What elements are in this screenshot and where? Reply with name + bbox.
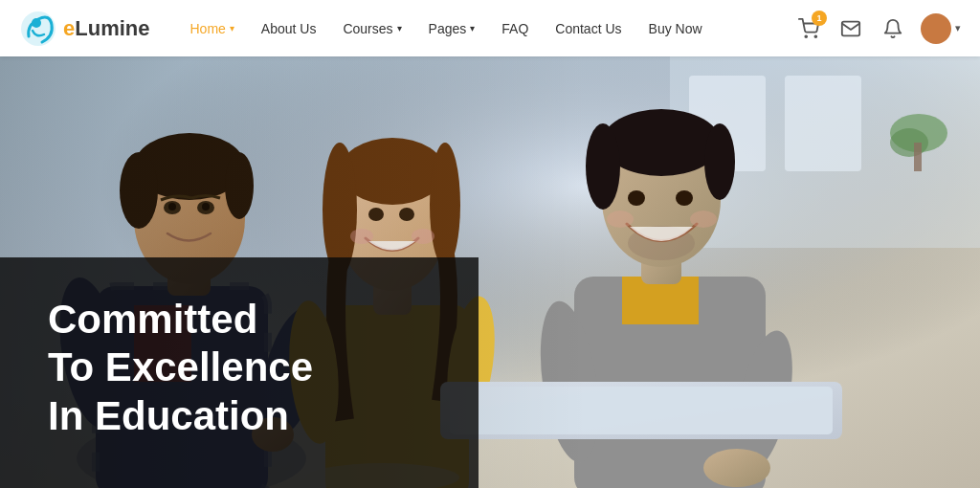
hero-title: Committed To Excellence In Education [48, 296, 431, 440]
nav-item-faq[interactable]: FAQ [490, 0, 540, 56]
bell-icon [882, 18, 903, 39]
nav-item-contact[interactable]: Contact Us [544, 0, 633, 56]
chevron-down-icon: ▾ [230, 23, 234, 33]
logo-icon [19, 10, 57, 48]
nav-item-home[interactable]: Home ▾ [178, 0, 245, 56]
svg-point-0 [21, 11, 56, 46]
nav-links: Home ▾ About Us Courses ▾ Pages ▾ FAQ Co… [178, 0, 785, 56]
nav-item-pages[interactable]: Pages ▾ [417, 0, 487, 56]
logo[interactable]: eLumine [19, 10, 149, 48]
navbar: eLumine Home ▾ About Us Courses ▾ Pages … [0, 0, 980, 56]
nav-icons: 1 ▾ [794, 13, 961, 44]
cart-button[interactable]: 1 [794, 14, 823, 43]
nav-item-courses[interactable]: Courses ▾ [331, 0, 412, 56]
avatar [921, 13, 951, 44]
bell-button[interactable] [879, 14, 907, 43]
user-chevron-icon: ▾ [955, 22, 961, 34]
nav-item-about[interactable]: About Us [250, 0, 328, 56]
hero-text-box: Committed To Excellence In Education [0, 257, 479, 488]
svg-point-1 [32, 18, 41, 28]
svg-point-3 [814, 35, 816, 37]
chevron-down-icon: ▾ [470, 23, 475, 33]
mail-button[interactable] [836, 14, 865, 43]
mail-icon [840, 18, 861, 39]
svg-point-2 [805, 35, 807, 37]
nav-item-buynow[interactable]: Buy Now [637, 0, 714, 56]
cart-badge: 1 [812, 11, 827, 26]
chevron-down-icon: ▾ [397, 23, 402, 33]
logo-text: eLumine [63, 16, 149, 41]
user-menu[interactable]: ▾ [921, 13, 961, 44]
hero-section: Committed To Excellence In Education [0, 56, 980, 488]
